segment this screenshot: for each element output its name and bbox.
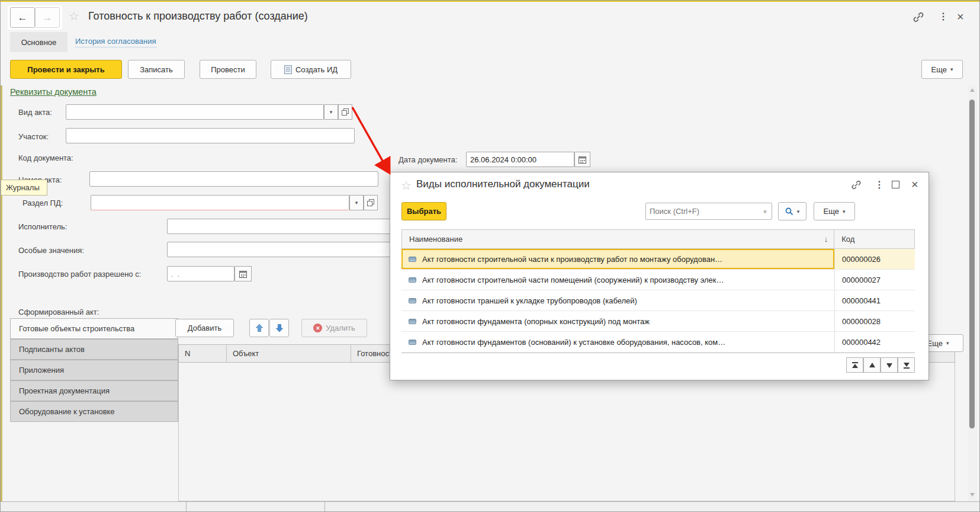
more-label: Еще — [927, 339, 943, 348]
app-window: ← → ☆ Готовность к производству работ (с… — [0, 0, 980, 512]
add-button[interactable]: Добавить — [175, 319, 234, 337]
section-tab-ready-objects[interactable]: Готовые объекты строительства — [10, 318, 178, 339]
more-label: Еще — [824, 207, 839, 216]
post-button[interactable]: Провести — [200, 60, 256, 79]
post-and-close-button[interactable]: Провести и закрыть — [10, 60, 122, 79]
next-row-button[interactable] — [881, 357, 898, 373]
work-allowed-date-input[interactable] — [167, 266, 234, 281]
section-tab-equipment[interactable]: Оборудование к установке — [10, 401, 178, 422]
clear-search-button[interactable]: × — [759, 203, 772, 219]
row-name: Акт готовности фундаментов (оснований) к… — [422, 338, 725, 347]
chevron-down-icon: ▾ — [950, 66, 953, 72]
footer-separator — [324, 502, 325, 512]
delete-button[interactable]: ✕ Удалить — [301, 319, 367, 337]
chevron-down-icon: ▾ — [797, 209, 800, 215]
work-allowed-calendar-button[interactable] — [234, 266, 252, 281]
doc-date-calendar-button[interactable] — [574, 152, 590, 167]
search-options-button[interactable]: ▾ — [778, 202, 807, 220]
footer-bar — [1, 501, 980, 512]
delete-label: Удалить — [326, 324, 355, 332]
section-tab-project-docs[interactable]: Проектная документация — [10, 380, 178, 401]
table-row[interactable]: Акт готовности траншей к укладке трубопр… — [401, 290, 915, 311]
back-button[interactable]: ← — [10, 7, 35, 28]
goto-bottom-icon — [903, 362, 910, 369]
choose-icon — [367, 199, 374, 206]
row-code: 000000441 — [834, 290, 915, 311]
previous-row-button[interactable] — [863, 357, 881, 373]
select-button[interactable]: Выбрать — [401, 202, 446, 220]
table-row[interactable]: Акт готовности строительной части помеще… — [401, 270, 915, 290]
pd-section-dropdown-button[interactable]: ▾ — [349, 195, 364, 210]
table-row[interactable]: Акт готовности фундамента (опорных конст… — [401, 311, 915, 332]
goto-last-button[interactable] — [898, 357, 915, 373]
modal-maximize-icon[interactable] — [892, 181, 899, 188]
formed-act-label: Сформированный акт: — [18, 308, 99, 316]
red-pointer-arrow — [332, 95, 403, 184]
move-up-button[interactable] — [249, 319, 269, 337]
modal-close-icon[interactable]: × — [911, 178, 918, 190]
item-icon — [409, 277, 416, 283]
row-code: 000000028 — [834, 311, 915, 331]
scroll-down-icon[interactable] — [970, 493, 975, 497]
special-values-input[interactable] — [167, 242, 416, 257]
site-input[interactable] — [66, 128, 355, 143]
column-object[interactable]: Объект — [226, 345, 351, 362]
column-name[interactable]: Наименование — [409, 235, 462, 244]
doc-date-label: Дата документа: — [399, 155, 457, 164]
form-left-accent — [1, 85, 2, 501]
special-values-label: Особые значения: — [18, 246, 84, 255]
tab-main[interactable]: Основное — [10, 32, 68, 52]
write-button[interactable]: Записать — [128, 60, 185, 79]
sort-descending-icon[interactable]: ↓ — [824, 235, 828, 244]
modal-select-types: ☆ Виды исполнительной документации ⋮ × В… — [390, 172, 929, 380]
copy-link-icon[interactable] — [912, 11, 924, 23]
goto-first-button[interactable] — [846, 357, 863, 373]
tab-approval-history[interactable]: История согласования — [75, 37, 156, 47]
item-icon — [409, 319, 416, 324]
search-input[interactable] — [645, 203, 772, 220]
create-id-label: Создать ИД — [295, 65, 338, 74]
inner-table-body[interactable] — [178, 362, 955, 501]
act-kind-label: Вид акта: — [18, 108, 52, 117]
section-tab-signatories[interactable]: Подписанты актов — [10, 339, 178, 360]
row-name: Акт готовности строительной части помеще… — [422, 276, 724, 284]
row-name: Акт готовности фундамента (опорных конст… — [422, 317, 650, 326]
create-id-button[interactable]: Создать ИД — [271, 60, 351, 79]
table-row[interactable]: Акт готовности фундаментов (оснований) к… — [401, 332, 915, 353]
modal-more-menu-icon[interactable]: ⋮ — [875, 180, 884, 190]
journals-tooltip: Журналы — [1, 180, 47, 196]
vertical-scrollbar[interactable] — [968, 85, 977, 501]
section-tab-label: Оборудование к установке — [19, 407, 115, 416]
requisites-link[interactable]: Реквизиты документа — [10, 87, 97, 97]
row-code: 000000027 — [834, 270, 915, 290]
move-down-button[interactable] — [269, 319, 289, 337]
favorite-star-icon[interactable]: ☆ — [69, 10, 79, 22]
forward-button[interactable]: → — [35, 7, 60, 28]
footer-separator — [186, 502, 187, 512]
scroll-thumb[interactable] — [969, 100, 975, 428]
pd-section-choose-button[interactable] — [364, 195, 378, 210]
doc-date-input[interactable] — [466, 152, 574, 167]
column-code[interactable]: Код — [834, 230, 914, 248]
section-tab-label: Готовые объекты строительства — [19, 324, 134, 333]
modal-copy-link-icon[interactable] — [851, 180, 862, 190]
act-kind-input[interactable] — [66, 104, 324, 120]
section-tab-label: Проектная документация — [19, 386, 110, 395]
triangle-up-icon — [869, 363, 876, 368]
page-title: Готовность к производству работ (создани… — [88, 10, 308, 23]
pd-section-input[interactable] — [91, 195, 349, 210]
table-row[interactable]: Акт готовности строительной части к прои… — [401, 249, 915, 270]
close-icon[interactable]: × — [957, 11, 964, 23]
calendar-icon — [239, 270, 247, 278]
column-n[interactable]: N — [179, 349, 226, 358]
row-name: Акт готовности строительной части к прои… — [422, 255, 722, 264]
doc-code-label: Код документа: — [18, 153, 73, 162]
modal-more-button[interactable]: Еще ▾ — [814, 202, 855, 220]
executor-input[interactable] — [167, 219, 416, 234]
scroll-up-icon[interactable] — [970, 88, 975, 92]
more-menu-icon[interactable]: ⋮ — [939, 12, 948, 21]
arrow-up-icon — [256, 324, 263, 332]
more-button-top[interactable]: Еще ▾ — [921, 60, 963, 79]
section-tab-attachments[interactable]: Приложения — [10, 360, 178, 380]
write-label: Записать — [140, 65, 173, 74]
